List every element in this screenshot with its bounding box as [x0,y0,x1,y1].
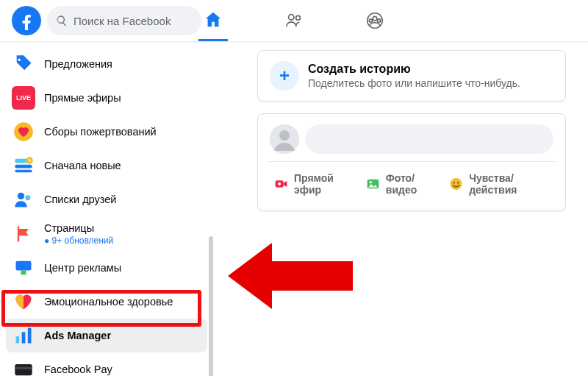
sidebar-item-sublabel: ● 9+ обновлений [44,235,113,246]
sidebar-item-label: Эмоциональное здоровье [44,296,173,308]
groups-icon [365,11,384,30]
pay-icon [12,358,35,376]
composer-card: Прямой эфир Фото/видео Чувства/действия [257,113,566,211]
nav-groups[interactable] [360,0,390,41]
sidebar-item-friendlists[interactable]: Списки друзей [6,182,207,216]
live-icon: LIVE [12,86,35,110]
sidebar-item-label: Сначала новые [44,160,121,171]
svg-point-30 [457,182,459,183]
story-title: Создать историю [308,63,520,76]
svg-point-5 [369,19,372,22]
composer-action-label: Фото/видео [386,172,437,196]
top-header: Поиск на Facebook [0,0,588,41]
svg-point-27 [370,181,372,183]
composer-action-label: Чувства/действия [469,172,549,196]
nav-friends[interactable] [279,0,309,41]
svg-point-25 [278,182,281,185]
sidebar-item-label: Предложения [44,58,112,70]
sidebar-item-pages[interactable]: Страницы ● 9+ обновлений [6,216,207,251]
search-icon [56,15,68,26]
smile-icon [449,176,463,192]
sidebar-item-label: Центр рекламы [44,262,121,274]
svg-rect-10 [15,165,32,169]
avatar[interactable] [270,124,299,154]
search-input[interactable]: Поиск на Facebook [47,6,201,35]
sidebar-item-fundraisers[interactable]: Сборы пожертвований [6,115,207,149]
svg-point-13 [18,193,24,199]
sidebar-item-label: Страницы [44,222,94,234]
svg-point-7 [18,58,21,61]
sidebar-item-facebook-pay[interactable]: Facebook Pay [6,352,207,376]
facebook-logo[interactable] [12,6,41,35]
svg-point-1 [289,15,294,20]
composer-feeling-button[interactable]: Чувства/действия [443,168,555,200]
sidebar-item-label: Сборы пожертвований [44,126,157,138]
svg-point-28 [451,178,462,190]
sidebar-item-live[interactable]: LIVE Прямые эфиры [6,81,207,115]
svg-rect-21 [15,367,32,370]
sidebar-item-label: Прямые эфиры [44,92,121,104]
composer-live-button[interactable]: Прямой эфир [268,168,360,200]
composer-action-label: Прямой эфир [294,172,354,196]
heart-icon [12,290,35,313]
svg-point-23 [279,130,290,141]
sidebar-item-ads-manager[interactable]: Ads Manager [6,319,207,352]
sidebar-item-recent[interactable]: Сначала новые [6,149,207,182]
recent-icon [12,154,35,177]
bars-icon [12,324,35,347]
left-sidebar: Предложения LIVE Прямые эфиры Сборы поже… [0,41,213,376]
create-story-card[interactable]: + Создать историю Поделитесь фото или на… [257,50,566,102]
facebook-logo-icon [17,11,36,30]
sidebar-item-adcenter[interactable]: Центр рекламы [6,251,207,285]
flag-icon [12,222,35,246]
plus-icon: + [270,61,299,91]
top-nav [198,0,390,41]
sidebar-item-emotional-health[interactable]: Эмоциональное здоровье [6,285,207,319]
svg-rect-19 [28,328,32,344]
svg-point-4 [373,16,377,21]
home-icon [204,10,223,29]
scrollbar[interactable] [209,236,213,376]
svg-rect-17 [16,336,20,343]
svg-rect-11 [15,170,32,173]
search-placeholder: Поиск на Facebook [74,15,171,27]
video-icon [274,176,288,192]
nav-home[interactable] [198,0,228,41]
composer-input[interactable] [305,124,553,154]
story-subtitle: Поделитесь фото или напишите что-нибудь. [308,77,520,89]
sidebar-item-label: Facebook Pay [44,363,112,375]
sidebar-item-label: Ads Manager [44,330,111,341]
svg-rect-16 [21,271,26,275]
svg-rect-15 [16,261,32,271]
composer-photo-button[interactable]: Фото/видео [360,168,443,200]
svg-rect-20 [15,364,32,375]
svg-point-14 [25,195,30,200]
friendlist-icon [12,188,35,211]
svg-rect-18 [22,332,26,343]
heart-coin-icon [12,120,35,143]
tag-icon [12,52,35,76]
sidebar-item-offers[interactable]: Предложения [6,47,207,81]
friends-icon [284,11,304,30]
photo-icon [366,176,380,192]
adcenter-icon [12,256,35,280]
sidebar-item-label: Списки друзей [44,194,116,205]
svg-point-2 [296,15,301,20]
avatar-placeholder-icon [270,124,299,154]
main-feed: + Создать историю Поделитесь фото или на… [213,41,588,376]
svg-point-29 [453,182,455,183]
svg-point-6 [377,19,380,22]
